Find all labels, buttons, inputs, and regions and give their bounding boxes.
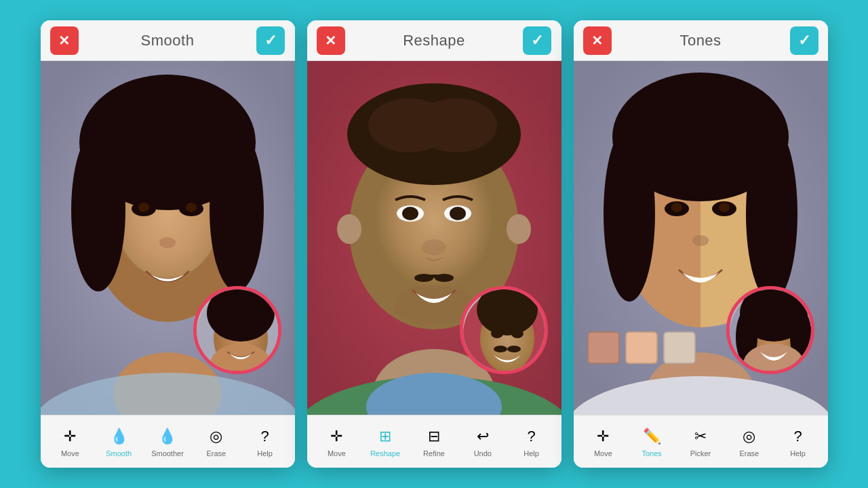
swatch-light[interactable] bbox=[663, 331, 696, 364]
reshape-toolbar: ✛ Move ⊞ Reshape ⊟ Refine ↩ Undo ? Help bbox=[307, 415, 561, 468]
tones-title: Tones bbox=[679, 32, 721, 49]
reshape-panel: Reshape bbox=[307, 20, 561, 468]
svg-point-55 bbox=[692, 235, 709, 246]
tones-before-thumbnail[interactable] bbox=[726, 286, 814, 374]
smoother-icon: 💧 bbox=[157, 426, 178, 447]
smooth-label: Smooth bbox=[106, 449, 132, 458]
picker-icon: ✂ bbox=[690, 426, 711, 447]
svg-point-12 bbox=[159, 237, 176, 248]
tones-close-button[interactable] bbox=[583, 26, 612, 55]
reshape-tool-help[interactable]: ? Help bbox=[513, 426, 550, 458]
reshape-confirm-button[interactable] bbox=[523, 26, 551, 55]
svg-point-62 bbox=[758, 329, 769, 338]
tones-title-bar: Tones bbox=[574, 20, 828, 61]
tones-move-label: Move bbox=[594, 449, 612, 458]
svg-point-26 bbox=[416, 98, 497, 152]
tones-color-swatches bbox=[587, 331, 696, 364]
tones-tool-erase[interactable]: ◎ Erase bbox=[730, 426, 768, 458]
reshape-title-bar: Reshape bbox=[307, 20, 561, 61]
tones-toolbar: ✛ Move ✏️ Tones ✂ Picker ◎ Erase ? Help bbox=[574, 415, 828, 468]
move-icon: ✛ bbox=[60, 426, 80, 447]
tones-erase-label: Erase bbox=[739, 449, 759, 458]
svg-point-10 bbox=[138, 203, 149, 212]
svg-point-41 bbox=[511, 329, 524, 338]
smooth-before-thumbnail[interactable] bbox=[193, 286, 281, 374]
tones-tool-move[interactable]: ✛ Move bbox=[585, 426, 622, 458]
svg-point-17 bbox=[225, 329, 236, 338]
erase-label: Erase bbox=[206, 449, 226, 458]
tones-tool-tones[interactable]: ✏️ Tones bbox=[633, 426, 671, 458]
reshape-tool-move[interactable]: ✛ Move bbox=[318, 426, 355, 458]
undo-label: Undo bbox=[474, 449, 492, 458]
svg-point-6 bbox=[71, 129, 125, 291]
svg-point-11 bbox=[186, 203, 197, 212]
erase-icon: ◎ bbox=[206, 426, 226, 447]
help-icon: ? bbox=[255, 426, 275, 447]
reshape-move-label: Move bbox=[328, 449, 346, 458]
svg-point-49 bbox=[604, 125, 655, 302]
tones-move-icon: ✛ bbox=[593, 426, 613, 447]
smooth-face-portrait bbox=[41, 61, 295, 415]
refine-label: Refine bbox=[423, 449, 445, 458]
svg-point-31 bbox=[402, 207, 418, 220]
smooth-tool-erase[interactable]: ◎ Erase bbox=[197, 426, 235, 458]
reshape-icon: ⊞ bbox=[375, 426, 395, 447]
smooth-confirm-button[interactable] bbox=[256, 26, 285, 55]
svg-point-34 bbox=[414, 274, 433, 282]
smoother-label: Smoother bbox=[151, 449, 184, 458]
refine-icon: ⊟ bbox=[424, 426, 444, 447]
svg-point-63 bbox=[778, 329, 789, 338]
svg-point-40 bbox=[491, 329, 503, 338]
tones-help-icon: ? bbox=[788, 426, 808, 447]
move-label: Move bbox=[61, 449, 79, 458]
smooth-tool-move[interactable]: ✛ Move bbox=[52, 426, 89, 458]
tones-tool-help[interactable]: ? Help bbox=[779, 426, 816, 458]
svg-point-33 bbox=[422, 239, 446, 256]
svg-point-32 bbox=[450, 207, 466, 220]
tones-panel: Tones bbox=[574, 20, 828, 468]
svg-point-28 bbox=[507, 214, 531, 244]
reshape-face-portrait bbox=[307, 61, 561, 415]
smooth-toolbar: ✛ Move 💧 Smooth 💧 Smoother ◎ Erase ? Hel… bbox=[41, 415, 295, 468]
reshape-title: Reshape bbox=[403, 32, 465, 49]
reshape-help-label: Help bbox=[524, 449, 539, 458]
smooth-panel: Smooth bbox=[41, 20, 295, 468]
svg-point-43 bbox=[507, 346, 521, 352]
swatch-medium[interactable] bbox=[625, 331, 658, 364]
smooth-tool-smooth[interactable]: 💧 Smooth bbox=[100, 426, 138, 458]
svg-point-42 bbox=[494, 346, 507, 352]
smooth-photo-area bbox=[41, 61, 295, 415]
smooth-title: Smooth bbox=[141, 32, 195, 49]
reshape-help-icon: ? bbox=[521, 426, 542, 447]
tones-erase-icon: ◎ bbox=[739, 426, 760, 447]
tones-label: Tones bbox=[642, 449, 662, 458]
undo-icon: ↩ bbox=[473, 426, 493, 447]
tones-face-portrait bbox=[574, 61, 828, 415]
tones-tool-picker[interactable]: ✂ Picker bbox=[682, 426, 719, 458]
svg-point-7 bbox=[210, 129, 264, 291]
smooth-icon: 💧 bbox=[108, 426, 129, 447]
svg-point-27 bbox=[337, 214, 361, 244]
tones-icon: ✏️ bbox=[642, 426, 662, 447]
smooth-close-button[interactable] bbox=[50, 26, 79, 55]
reshape-tool-refine[interactable]: ⊟ Refine bbox=[415, 426, 452, 458]
tones-confirm-button[interactable] bbox=[790, 26, 818, 55]
reshape-label: Reshape bbox=[370, 449, 400, 458]
smooth-tool-smoother[interactable]: 💧 Smoother bbox=[149, 426, 186, 458]
reshape-before-thumbnail[interactable] bbox=[460, 286, 548, 374]
svg-point-54 bbox=[719, 203, 730, 212]
reshape-move-icon: ✛ bbox=[326, 426, 347, 447]
reshape-photo-area bbox=[307, 61, 561, 415]
reshape-tool-undo[interactable]: ↩ Undo bbox=[464, 426, 501, 458]
reshape-close-button[interactable] bbox=[317, 26, 345, 55]
svg-point-18 bbox=[245, 329, 256, 338]
picker-label: Picker bbox=[690, 449, 711, 458]
swatch-dark[interactable] bbox=[587, 331, 620, 364]
svg-point-53 bbox=[671, 203, 682, 212]
smooth-title-bar: Smooth bbox=[41, 20, 295, 61]
svg-point-35 bbox=[435, 274, 454, 282]
reshape-tool-reshape[interactable]: ⊞ Reshape bbox=[367, 426, 404, 458]
help-label: Help bbox=[257, 449, 273, 458]
smooth-tool-help[interactable]: ? Help bbox=[246, 426, 283, 458]
tones-photo-area bbox=[574, 61, 828, 415]
